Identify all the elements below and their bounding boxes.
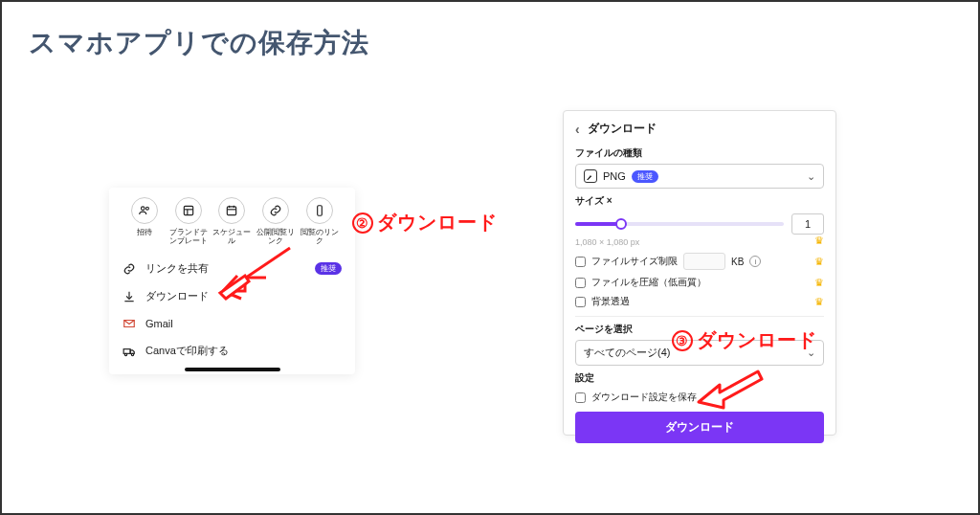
menu-print-canva[interactable]: Canvaで印刷する [122,337,342,365]
link-icon [122,262,136,276]
file-type-label: ファイルの種類 [575,146,824,160]
opt-label: ダウンロード設定を保存 [591,391,697,404]
svg-point-12 [131,353,133,355]
file-type-select[interactable]: PNG 推奨 ⌄ [575,164,824,189]
kb-unit: KB [731,257,744,267]
callout-text: ダウンロード [697,327,817,353]
checkbox[interactable] [575,257,586,267]
svg-rect-2 [184,206,192,214]
truck-icon [122,345,136,358]
arrow-3 [691,364,768,412]
share-cell-label: 閲覧のリンク [298,228,342,245]
callout-number: ③ [672,330,693,351]
recommend-badge: 推奨 [632,170,658,183]
calendar-icon [218,197,245,224]
info-icon[interactable]: i [749,256,761,267]
svg-point-1 [145,207,148,210]
crown-icon: ♛ [814,235,824,247]
share-cell-schedule[interactable]: スケジュール [211,197,255,245]
share-cell-brand-template[interactable]: ブランドテンプレート [167,197,211,245]
menu-gmail[interactable]: Gmail [122,310,342,337]
size-label: サイズ × [575,194,824,208]
file-type-value: PNG [603,170,626,182]
menu-item-label: Gmail [145,318,173,329]
checkbox[interactable] [575,392,586,403]
crown-icon: ♛ [814,277,824,289]
crown-icon: ♛ [814,296,824,308]
share-cell-view-link[interactable]: 閲覧のリンク [298,197,342,245]
svg-marker-14 [699,371,762,408]
share-top-row: 招待 ブランドテンプレート スケジュール 公開閲覧リンク [122,197,342,245]
svg-rect-9 [318,206,323,216]
arrow-2 [209,243,295,301]
download-icon [122,290,136,303]
chevron-down-icon: ⌄ [807,170,815,183]
menu-item-label: リンクを共有 [145,261,209,276]
checkbox[interactable] [575,297,586,307]
opt-label: ファイルサイズ制限 [591,255,678,268]
download-panel-title: ダウンロード [588,121,657,137]
phone-icon [306,197,333,224]
svg-point-11 [124,353,126,355]
dimensions-text: 1,080 × 1,080 px [575,237,639,247]
template-icon [175,197,202,224]
size-slider[interactable] [575,222,784,226]
tutorial-slide: スマホアプリでの保存方法 招待 ブランドテンプレート スケジュール [0,0,980,515]
share-cell-public-link[interactable]: 公開閲覧リンク [254,197,298,245]
share-cell-label: 招待 [137,228,152,236]
page-title: スマホアプリでの保存方法 [29,25,951,61]
menu-item-label: Canvaで印刷する [145,344,229,358]
share-cell-invite[interactable]: 招待 [122,197,167,245]
image-icon [584,169,597,183]
kb-input[interactable] [683,253,725,270]
size-value-box[interactable]: 1 [791,213,824,235]
crown-icon: ♛ [814,256,824,268]
recommend-badge: 推奨 [315,262,342,275]
gmail-icon [122,317,136,330]
checkbox[interactable] [575,278,586,288]
svg-rect-5 [228,207,236,215]
back-chevron-icon[interactable]: ‹ [575,122,580,137]
download-panel-header: ‹ ダウンロード [575,121,824,137]
link-icon [262,197,289,224]
opt-compress[interactable]: ファイルを圧縮（低画質） ♛ [575,276,824,289]
download-button[interactable]: ダウンロード [575,412,824,443]
svg-point-0 [141,207,145,211]
home-indicator [185,368,280,371]
callout-2: ② ダウンロード [352,210,498,235]
callout-3: ③ ダウンロード [672,327,817,353]
pages-value: すべてのページ(4) [584,346,670,360]
opt-label: 背景透過 [591,295,630,308]
share-cell-label: ブランドテンプレート [167,228,211,245]
callout-number: ② [352,213,373,234]
menu-item-label: ダウンロード [145,289,209,303]
opt-filesize-limit[interactable]: ファイルサイズ制限 KB i ♛ [575,253,824,270]
callout-text: ダウンロード [377,210,498,235]
people-icon [131,197,158,224]
svg-rect-10 [123,349,130,354]
opt-transparent[interactable]: 背景透過 ♛ [575,295,824,308]
opt-label: ファイルを圧縮（低画質） [591,276,706,289]
